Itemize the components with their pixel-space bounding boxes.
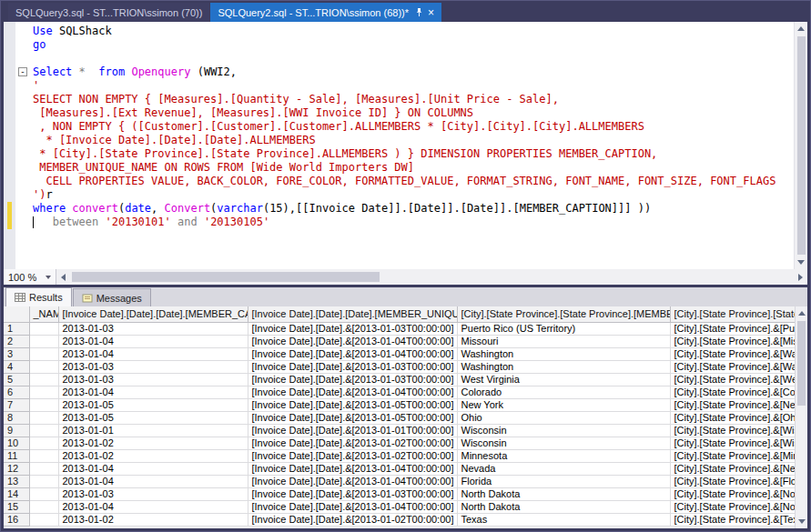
scroll-right-icon[interactable] bbox=[794, 270, 807, 284]
scrollbar-thumb[interactable] bbox=[797, 36, 806, 255]
grid-cell[interactable]: [Invoice Date].[Date].&[2013-01-04T00:00… bbox=[248, 386, 457, 398]
row-number[interactable]: 3 bbox=[4, 347, 29, 360]
zoom-level-combo[interactable]: 100 % bbox=[4, 269, 56, 285]
grid-cell[interactable]: North Dakota bbox=[457, 500, 670, 513]
grid-cell[interactable] bbox=[29, 335, 58, 347]
row-number[interactable]: 4 bbox=[4, 360, 29, 373]
scroll-down-icon[interactable] bbox=[795, 515, 807, 528]
column-header[interactable]: [Invoice Date].[Date].[Date].[MEMBER_CAP… bbox=[58, 306, 248, 322]
grid-cell[interactable]: 2013-01-02 bbox=[58, 449, 248, 462]
code-line[interactable]: MEMBER_UNIQUE_NAME ON ROWS FROM [Wide Wo… bbox=[33, 161, 794, 175]
close-tab-icon[interactable]: × bbox=[428, 8, 434, 17]
grid-cell[interactable]: 2013-01-04 bbox=[58, 475, 248, 487]
grid-cell[interactable] bbox=[29, 411, 58, 424]
grid-cell[interactable]: [Invoice Date].[Date].&[2013-01-03T00:00… bbox=[248, 487, 457, 500]
grid-cell[interactable]: [Invoice Date].[Date].&[2013-01-01T00:00… bbox=[248, 424, 457, 437]
grid-cell[interactable]: Washington bbox=[457, 360, 670, 373]
grid-cell[interactable] bbox=[29, 475, 58, 487]
scrollbar-thumb[interactable] bbox=[72, 272, 380, 282]
code-line[interactable]: where convert(date, Convert(varchar(15),… bbox=[33, 202, 794, 216]
grid-cell[interactable]: 2013-01-05 bbox=[58, 411, 248, 424]
grid-cell[interactable]: Minnesota bbox=[457, 449, 670, 462]
grid-cell[interactable]: [Invoice Date].[Date].&[2013-01-02T00:00… bbox=[248, 513, 457, 526]
grid-cell[interactable]: [City].[State Province].&[Colorado] bbox=[670, 386, 796, 398]
grid-cell[interactable]: [Invoice Date].[Date].&[2013-01-03T00:00… bbox=[248, 360, 457, 373]
grid-cell[interactable]: [Invoice Date].[Date].&[2013-01-04T00:00… bbox=[248, 335, 457, 347]
select-all-corner[interactable] bbox=[4, 306, 29, 322]
grid-cell[interactable] bbox=[29, 373, 58, 386]
grid-cell[interactable]: [City].[State Province].&[Nevada] bbox=[670, 462, 796, 475]
editor-horizontal-scrollbar[interactable] bbox=[56, 269, 807, 285]
scroll-up-icon[interactable] bbox=[795, 22, 808, 35]
code-line[interactable]: * [Invoice Date].[Date].[Date].ALLMEMBER… bbox=[33, 134, 794, 147]
code-line[interactable]: , NON EMPTY { ([Customer].[Customer].[Cu… bbox=[33, 120, 794, 134]
grid-cell[interactable] bbox=[29, 322, 58, 335]
grid-cell[interactable]: Wisconsin bbox=[457, 437, 670, 449]
code-line[interactable]: [Measures].[Ext Revenue], [Measures].[WW… bbox=[33, 106, 794, 120]
grid-cell[interactable] bbox=[29, 347, 58, 360]
grid-cell[interactable]: Puerto Rico (US Territory) bbox=[457, 322, 670, 335]
grid-cell[interactable] bbox=[29, 360, 58, 373]
code-line[interactable]: between '20130101' and '20130105' bbox=[33, 216, 794, 229]
grid-cell[interactable] bbox=[29, 462, 58, 475]
code-line[interactable]: * [City].[State Province].[State Provinc… bbox=[33, 147, 794, 161]
row-number[interactable]: 5 bbox=[4, 373, 29, 386]
code-line[interactable]: SELECT NON EMPTY { [Measures].[Quantity … bbox=[33, 93, 794, 106]
grid-cell[interactable]: [Invoice Date].[Date].&[2013-01-02T00:00… bbox=[248, 437, 457, 449]
code-line[interactable]: ' bbox=[33, 79, 794, 93]
row-number[interactable]: 15 bbox=[4, 500, 29, 513]
row-number[interactable]: 7 bbox=[4, 398, 29, 411]
row-number[interactable]: 2 bbox=[4, 335, 29, 347]
grid-cell[interactable]: [City].[State Province].&[Minnesota] bbox=[670, 449, 796, 462]
tab-sqlquery3[interactable]: SQLQuery3.sql - ST...TRION\ssimon (70)) bbox=[8, 3, 209, 22]
grid-cell[interactable]: Washington bbox=[457, 347, 670, 360]
scroll-up-icon[interactable] bbox=[795, 306, 807, 320]
grid-cell[interactable] bbox=[29, 398, 58, 411]
row-number[interactable]: 6 bbox=[4, 386, 29, 398]
row-number[interactable]: 16 bbox=[4, 513, 29, 526]
scrollbar-thumb[interactable] bbox=[797, 321, 806, 406]
grid-cell[interactable]: [City].[State Province].&[Missouri] bbox=[670, 335, 796, 347]
grid-cell[interactable]: Wisconsin bbox=[457, 424, 670, 437]
code-line[interactable]: go bbox=[33, 38, 794, 52]
column-header[interactable]: [Invoice Date].[Date].[Date].[MEMBER_UNI… bbox=[248, 306, 457, 322]
tab-messages[interactable]: Messages bbox=[73, 288, 151, 306]
grid-cell[interactable]: [City].[State Province].&[Texas] bbox=[670, 513, 796, 526]
row-number[interactable]: 12 bbox=[4, 462, 29, 475]
grid-cell[interactable]: [Invoice Date].[Date].&[2013-01-05T00:00… bbox=[248, 411, 457, 424]
code-editor[interactable]: Use SQLShackgo Select * from Openquery (… bbox=[31, 22, 794, 269]
grid-cell[interactable] bbox=[29, 437, 58, 449]
code-line[interactable]: Use SQLShack bbox=[33, 25, 794, 38]
grid-cell[interactable]: Missouri bbox=[457, 335, 670, 347]
column-header[interactable]: _NAME] bbox=[29, 306, 58, 322]
grid-cell[interactable]: Colorado bbox=[457, 386, 670, 398]
code-line[interactable]: ')r bbox=[33, 188, 794, 202]
grid-cell[interactable]: 2013-01-03 bbox=[58, 322, 248, 335]
grid-cell[interactable]: [Invoice Date].[Date].&[2013-01-03T00:00… bbox=[248, 322, 457, 335]
code-line[interactable]: CELL PROPERTIES VALUE, BACK_COLOR, FORE_… bbox=[33, 175, 794, 188]
grid-cell[interactable]: [City].[State Province].&[Ohio] bbox=[670, 411, 796, 424]
grid-cell[interactable]: 2013-01-01 bbox=[58, 424, 248, 437]
grid-cell[interactable]: Nevada bbox=[457, 462, 670, 475]
grid-cell[interactable]: Ohio bbox=[457, 411, 670, 424]
grid-cell[interactable]: [City].[State Province].&[Puerto Rico (U… bbox=[670, 322, 796, 335]
grid-cell[interactable]: [City].[State Province].&[Florida] bbox=[670, 475, 796, 487]
column-header[interactable]: [City].[State Province].[State Province]… bbox=[670, 306, 796, 322]
grid-cell[interactable] bbox=[29, 424, 58, 437]
grid-cell[interactable]: [Invoice Date].[Date].&[2013-01-04T00:00… bbox=[248, 475, 457, 487]
collapse-region-icon[interactable]: - bbox=[18, 67, 27, 76]
grid-cell[interactable]: Texas bbox=[457, 513, 670, 526]
grid-cell[interactable]: [Invoice Date].[Date].&[2013-01-04T00:00… bbox=[248, 462, 457, 475]
row-number[interactable]: 14 bbox=[4, 487, 29, 500]
grid-cell[interactable]: West Virginia bbox=[457, 373, 670, 386]
grid-cell[interactable] bbox=[29, 386, 58, 398]
grid-cell[interactable]: [City].[State Province].&[Wisconsin] bbox=[670, 424, 796, 437]
grid-cell[interactable]: Florida bbox=[457, 475, 670, 487]
grid-cell[interactable]: 2013-01-03 bbox=[58, 373, 248, 386]
grid-cell[interactable]: 2013-01-02 bbox=[58, 437, 248, 449]
editor-vertical-scrollbar[interactable] bbox=[794, 22, 807, 269]
grid-cell[interactable]: 2013-01-05 bbox=[58, 398, 248, 411]
grid-cell[interactable]: 2013-01-04 bbox=[58, 347, 248, 360]
row-number[interactable]: 8 bbox=[4, 411, 29, 424]
grid-cell[interactable]: [City].[State Province].&[Washington] bbox=[670, 347, 796, 360]
